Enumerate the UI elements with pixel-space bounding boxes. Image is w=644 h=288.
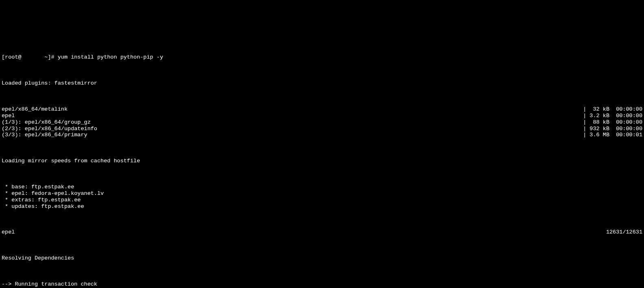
download-status: | 932 kB 00:00:00 xyxy=(575,126,642,132)
download-line: epel/x86_64/metalink| 32 kB 00:00:00 xyxy=(2,106,642,113)
prompt-command: yum install python python-pip -y xyxy=(58,54,163,60)
download-name: epel/x86_64/metalink xyxy=(2,106,68,113)
download-progress-block: epel/x86_64/metalink| 32 kB 00:00:00epel… xyxy=(2,106,642,139)
download-status: | 32 kB 00:00:00 xyxy=(575,106,642,113)
epel-count-right: 12631/12631 xyxy=(598,229,642,236)
dependency-output-block: --> Running transaction check---> Packag… xyxy=(2,281,642,288)
mirror-line: * updates: ftp.estpak.ee xyxy=(2,203,642,210)
dependency-line: --> Running transaction check xyxy=(2,281,642,288)
mirror-speeds-line: Loading mirror speeds from cached hostfi… xyxy=(2,158,642,164)
download-line: (1/3): epel/x86_64/group_gz| 88 kB 00:00… xyxy=(2,119,642,126)
epel-count-line: epel12631/12631 xyxy=(2,229,642,236)
mirror-line: * epel: fedora-epel.koyanet.lv xyxy=(2,190,642,197)
download-status: | 3.2 kB 00:00:00 xyxy=(575,113,642,119)
mirror-line: * base: ftp.estpak.ee xyxy=(2,184,642,190)
download-status: | 3.6 MB 00:00:01 xyxy=(575,132,642,138)
terminal-window[interactable]: [root@xxxxxx ~]# yum install python pyth… xyxy=(0,33,644,288)
download-line: epel| 3.2 kB 00:00:00 xyxy=(2,113,642,119)
prompt-line: [root@xxxxxx ~]# yum install python pyth… xyxy=(2,54,642,61)
loaded-plugins-line: Loaded plugins: fastestmirror xyxy=(2,80,642,87)
mirror-line: * extras: ftp.estpak.ee xyxy=(2,197,642,203)
mirror-list: * base: ftp.estpak.ee * epel: fedora-epe… xyxy=(2,184,642,210)
epel-count-left: epel xyxy=(2,229,15,236)
download-name: epel xyxy=(2,113,15,119)
download-line: (3/3): epel/x86_64/primary| 3.6 MB 00:00… xyxy=(2,132,642,138)
resolving-dependencies-line: Resolving Dependencies xyxy=(2,255,642,262)
prompt-user-host: [root@ xyxy=(2,54,22,60)
download-status: | 88 kB 00:00:00 xyxy=(575,119,642,126)
download-name: (2/3): epel/x86_64/updateinfo xyxy=(2,126,97,132)
download-name: (3/3): epel/x86_64/primary xyxy=(2,132,87,138)
prompt-hidden-host: xxxxxx xyxy=(22,54,41,60)
download-name: (1/3): epel/x86_64/group_gz xyxy=(2,119,91,126)
prompt-rest: ~]# xyxy=(41,54,58,60)
download-line: (2/3): epel/x86_64/updateinfo| 932 kB 00… xyxy=(2,126,642,132)
